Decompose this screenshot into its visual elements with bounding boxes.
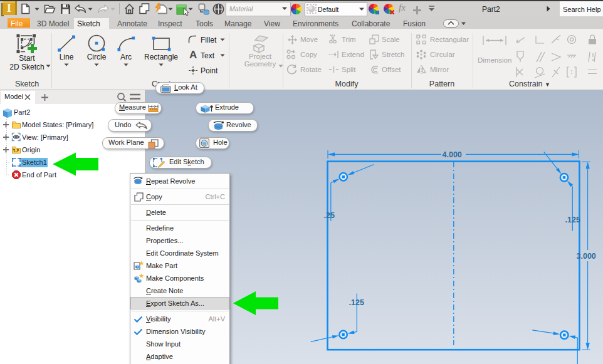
svg-text:.125: .125 <box>349 298 364 307</box>
svg-text:.25: .25 <box>324 211 335 220</box>
svg-text:4.000: 4.000 <box>443 150 462 159</box>
svg-text:.125: .125 <box>565 216 580 224</box>
svg-text:3.000: 3.000 <box>577 252 596 261</box>
svg-text:I: I <box>7 1 11 14</box>
